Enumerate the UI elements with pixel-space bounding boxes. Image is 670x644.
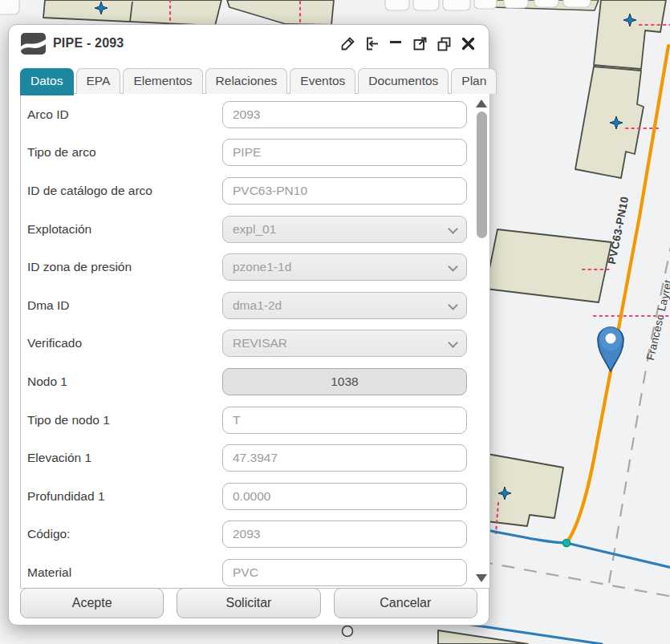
tab-label: EPA [87,74,111,87]
scrollbar-down-arrow-icon[interactable] [476,574,487,582]
restore-icon[interactable] [436,35,453,52]
input-material[interactable] [222,559,467,586]
scrollbar-up-arrow-icon[interactable] [476,99,487,107]
input-tipo-de-nodo-1[interactable] [222,407,467,434]
input-codigo[interactable] [222,520,467,548]
tab-datos[interactable]: Datos [20,68,74,95]
select-value: expl_01 [233,222,276,237]
field-label-tipo-de-arco: Tipo de arco [27,145,222,160]
tab-label: Plan [461,74,486,87]
button-nodo-1[interactable]: 1038 [222,368,467,395]
form-row: Profundidad 1 [21,477,489,516]
window-controls [339,35,477,52]
field-label-explotacion: Explotación [27,222,222,237]
form-row: Código: [21,516,489,554]
field-label-codigo: Código: [27,527,222,541]
input-id-de-catalogo-de-arco[interactable] [222,177,467,205]
edit-icon[interactable] [339,35,356,52]
select-explotacion[interactable]: expl_01 [222,216,467,243]
form-row: Tipo de nodo 1 [21,401,489,439]
form-row: Explotaciónexpl_01 [21,210,489,249]
field-label-tipo-de-nodo-1: Tipo de nodo 1 [27,413,222,427]
form-row: ID zona de presiónpzone1-1d [21,248,489,286]
tab-relaciones[interactable]: Relaciones [205,68,288,94]
open-new-window-icon[interactable] [412,35,428,52]
tab-label: Datos [30,74,63,87]
field-label-material: Material [27,565,222,580]
input-tipo-de-arco[interactable] [222,139,467,166]
acepte-button[interactable]: Acepte [20,588,164,618]
form-row: Material [21,553,489,589]
form-row: Elevación 1 [21,439,489,477]
form-row: Arco ID [21,95,489,134]
select-value: pzone1-1d [233,260,291,274]
form-row: VerificadoREVISAR [21,325,489,363]
form-fields: Arco IDTipo de arcoID de catálogo de arc… [21,94,489,589]
close-icon[interactable] [460,35,477,52]
field-label-arco-id: Arco ID [27,107,222,122]
minimize-icon[interactable] [388,35,404,52]
select-verificado[interactable]: REVISAR [222,330,467,357]
form-panel: Arco IDTipo de arcoID de catálogo de arc… [20,93,490,589]
form-row: Nodo 11038 [21,363,489,401]
input-profundidad-1[interactable] [222,483,467,510]
select-dma-id[interactable]: dma1-2d [222,292,467,319]
field-label-dma-id: Dma ID [27,298,222,313]
pipe-properties-dialog: PIPE - 2093 [8,24,489,626]
chevron-down-icon [448,224,458,234]
tab-epa[interactable]: EPA [76,68,121,94]
pipe-junction-node[interactable] [562,539,570,546]
tab-label: Documentos [368,74,438,87]
tab-bar: DatosEPAElementosRelacionesEventosDocume… [20,68,477,94]
field-label-id-de-catalogo-de-arco: ID de catálogo de arco [27,184,222,198]
scrollbar[interactable] [474,95,489,587]
field-label-profundidad-1: Profundidad 1 [27,489,222,504]
field-label-id-zona-de-presion: ID zona de presión [27,260,222,274]
field-label-nodo-1: Nodo 1 [27,375,222,389]
dock-left-icon[interactable] [363,35,380,52]
chevron-down-icon [448,261,458,272]
tab-elementos[interactable]: Elementos [123,68,202,94]
dialog-title: PIPE - 2093 [53,36,124,51]
tab-plan[interactable]: Plan [451,68,497,94]
dialog-footer: AcepteSolicitarCancelar [9,585,489,622]
tab-label: Relaciones [216,74,278,87]
tab-documentos[interactable]: Documentos [358,68,449,94]
manhole-node [343,626,353,637]
chevron-down-icon [448,338,458,348]
input-arco-id[interactable] [222,101,467,128]
select-id-zona-de-presion[interactable]: pzone1-1d [222,253,467,281]
form-row: ID de catálogo de arco [21,172,489,210]
form-row: Tipo de arco [21,134,489,172]
form-row: Dma IDdma1-2d [21,286,489,325]
select-value: dma1-2d [233,298,282,313]
select-value: REVISAR [233,336,287,350]
chevron-down-icon [448,300,458,310]
tab-label: Eventos [300,74,345,87]
tab-eventos[interactable]: Eventos [290,68,355,94]
scrollbar-thumb[interactable] [477,111,487,238]
solicitar-button[interactable]: Solicitar [177,588,320,618]
giswater-logo-icon [21,33,46,55]
input-elevacion-1[interactable] [222,444,467,472]
field-label-elevacion-1: Elevación 1 [27,451,222,465]
cancelar-button[interactable]: Cancelar [334,588,477,618]
field-label-verificado: Verificado [27,336,222,350]
tab-label: Elementos [133,74,192,87]
dialog-titlebar[interactable]: PIPE - 2093 [9,25,489,62]
